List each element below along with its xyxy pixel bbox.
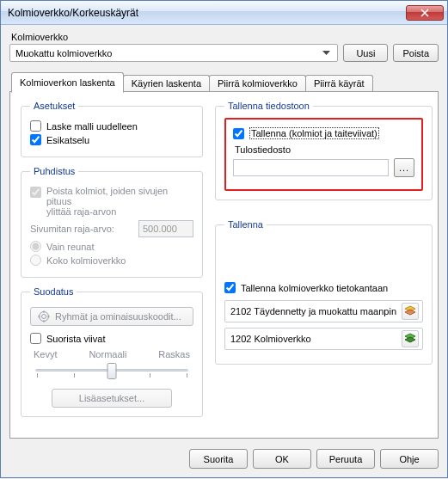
tab-contour-calc[interactable]: Käyrien laskenta <box>123 75 210 92</box>
filter-legend: Suodatus <box>30 286 77 297</box>
straighten-row[interactable]: Suorista viivat <box>30 333 193 344</box>
footer: Suorita OK Peruuta Ohje <box>9 449 439 469</box>
window-title: Kolmioverkko/Korkeuskäyrät <box>8 7 406 19</box>
sidelimit-input <box>138 220 193 237</box>
layer-row-2-action[interactable] <box>402 330 419 347</box>
tab-page: Asetukset Laske malli uudelleen Esikatse… <box>9 91 439 439</box>
target-icon <box>38 310 50 322</box>
edges-only-row: Vain reunat <box>30 241 193 252</box>
slider-label-normal: Normaali <box>89 349 126 359</box>
new-button[interactable]: Uusi <box>343 44 388 62</box>
save-file-legend: Tallenna tiedostoon <box>224 101 313 111</box>
remove-triangles-label: Poista kolmiot, joiden sivujen pituus yl… <box>46 186 193 217</box>
layer-row-1-action[interactable] <box>402 303 419 320</box>
ok-button[interactable]: OK <box>253 449 311 469</box>
close-button[interactable] <box>406 5 444 21</box>
ellipsis-icon: ... <box>399 163 409 173</box>
whole-mesh-label: Koko kolmioverkko <box>46 255 126 266</box>
save-db-label: Tallenna kolmioverkko tietokantaan <box>241 283 388 293</box>
svg-point-0 <box>40 312 49 322</box>
save-legend: Tallenna <box>224 219 267 230</box>
run-button[interactable]: Suorita <box>189 449 248 469</box>
whole-mesh-row: Koko kolmioverkko <box>30 255 193 266</box>
preview-checkbox[interactable] <box>30 134 41 145</box>
output-input[interactable] <box>233 159 389 176</box>
save-file-row[interactable]: Tallenna (kolmiot ja taiteviivat) <box>233 127 414 139</box>
save-file-highlight: Tallenna (kolmiot ja taiteviivat) Tulost… <box>224 118 423 191</box>
whole-mesh-radio <box>30 255 41 266</box>
settings-group: Asetukset Laske malli uudelleen Esikatse… <box>21 101 203 157</box>
chevron-down-icon <box>319 46 334 60</box>
remove-triangles-row: Poista kolmiot, joiden sivujen pituus yl… <box>30 186 193 217</box>
recalc-checkbox-row[interactable]: Laske malli uudelleen <box>30 120 193 132</box>
settings-legend: Asetukset <box>30 101 78 111</box>
tab-draw-mesh[interactable]: Piirrä kolmioverkko <box>209 75 306 92</box>
save-file-label: Tallenna (kolmiot ja taiteviivat) <box>249 127 379 139</box>
advanced-button: Lisäasetukset... <box>52 389 172 408</box>
layers-green-icon <box>404 333 416 345</box>
cleanup-group: Puhdistus Poista kolmiot, joiden sivujen… <box>21 166 203 278</box>
titlebar: Kolmioverkko/Korkeuskäyrät <box>1 1 447 25</box>
top-row: Muokattu kolmioverkko Uusi Poista <box>9 44 439 62</box>
output-label: Tulostiedosto <box>235 144 414 155</box>
mesh-combo[interactable]: Muokattu kolmioverkko <box>9 44 338 62</box>
save-db-checkbox[interactable] <box>224 282 236 293</box>
sidelimit-label: Sivumitan raja-arvo: <box>30 224 133 234</box>
recalc-label: Laske malli uudelleen <box>46 121 138 132</box>
client-area: Kolmioverkko Muokattu kolmioverkko Uusi … <box>1 25 447 477</box>
weight-slider[interactable] <box>34 361 190 380</box>
layer-row-1-label: 2102 Täydennetty ja muokattu maanpin <box>230 306 396 316</box>
delete-button[interactable]: Poista <box>393 44 439 62</box>
advanced-button-label: Lisäasetukset... <box>79 393 144 403</box>
slider-label-heavy: Raskas <box>158 349 190 359</box>
straighten-checkbox[interactable] <box>30 333 41 344</box>
tab-draw-contours[interactable]: Piirrä käyrät <box>305 75 373 92</box>
groups-button-label: Ryhmät ja ominaisuuskoodit... <box>55 311 181 322</box>
layer-row-2[interactable]: 1202 Kolmioverkko <box>224 328 423 350</box>
filter-group: Suodatus Ryhmät ja ominaisuuskoodit... <box>21 286 203 417</box>
dialog-window: Kolmioverkko/Korkeuskäyrät Kolmioverkko … <box>0 0 448 478</box>
cancel-button[interactable]: Peruuta <box>316 449 375 469</box>
groups-button: Ryhmät ja ominaisuuskoodit... <box>30 307 193 326</box>
cleanup-legend: Puhdistus <box>30 166 78 176</box>
slider-label-light: Kevyt <box>34 349 58 359</box>
save-db-row[interactable]: Tallenna kolmioverkko tietokantaan <box>224 282 423 293</box>
slider-wrap: Kevyt Normaali Raskas <box>34 349 190 380</box>
help-button[interactable]: Ohje <box>380 449 439 469</box>
save-file-checkbox[interactable] <box>233 128 244 139</box>
edges-only-label: Vain reunat <box>46 242 94 252</box>
tab-mesh-calc[interactable]: Kolmioverkon laskenta <box>11 72 124 93</box>
svg-point-1 <box>42 315 46 319</box>
close-icon <box>420 9 429 17</box>
straighten-label: Suorista viivat <box>46 334 105 344</box>
recalc-checkbox[interactable] <box>30 120 41 132</box>
remove-triangles-checkbox <box>30 187 41 198</box>
layer-row-1[interactable]: 2102 Täydennetty ja muokattu maanpin <box>224 300 423 322</box>
mesh-label: Kolmioverkko <box>11 32 439 42</box>
browse-button[interactable]: ... <box>394 158 414 177</box>
preview-label: Esikatselu <box>46 135 89 145</box>
slider-thumb[interactable] <box>107 363 117 379</box>
preview-checkbox-row[interactable]: Esikatselu <box>30 134 193 145</box>
save-group: Tallenna Tallenna kolmioverkko tietokant… <box>215 219 433 365</box>
remove-triangles-l1: Poista kolmiot, joiden sivujen pituus <box>46 186 168 206</box>
tabstrip: Kolmioverkon laskenta Käyrien laskenta P… <box>9 72 439 92</box>
remove-triangles-l2: ylittää raja-arvon <box>46 206 116 217</box>
save-file-group: Tallenna tiedostoon Tallenna (kolmiot ja… <box>215 101 433 200</box>
layers-yellow-icon <box>404 305 416 317</box>
sidelimit-row: Sivumitan raja-arvo: <box>30 220 193 237</box>
mesh-combo-value: Muokattu kolmioverkko <box>15 48 319 58</box>
edges-only-radio <box>30 241 41 252</box>
layer-row-2-label: 1202 Kolmioverkko <box>230 334 396 344</box>
